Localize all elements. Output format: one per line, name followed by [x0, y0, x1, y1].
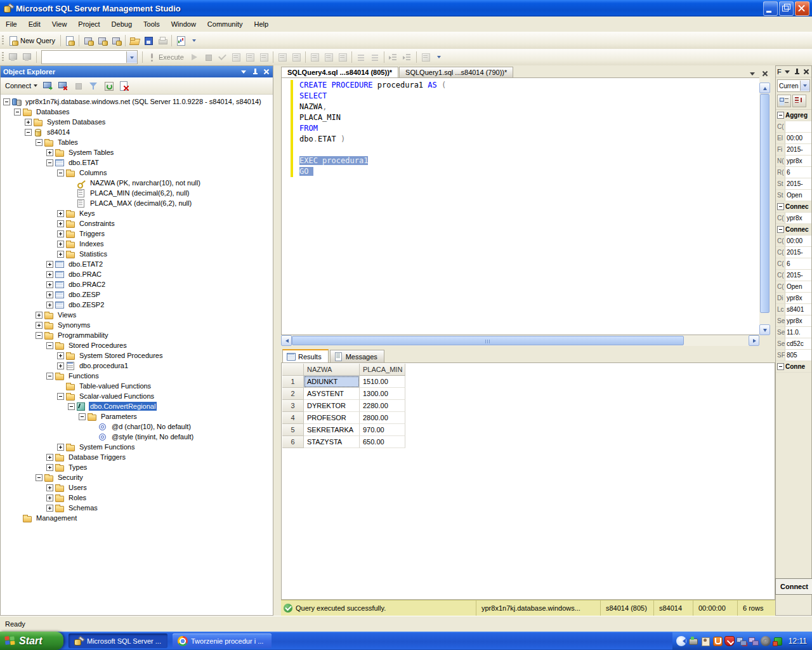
scroll-down-icon[interactable]: [759, 324, 770, 335]
disconnect-button[interactable]: [56, 79, 70, 92]
grid-cell[interactable]: 1300.00: [360, 388, 405, 400]
restore-button[interactable]: [779, 1, 794, 16]
expander-plus-icon[interactable]: [25, 119, 32, 126]
tree-node-placa-max-decimal-6-2-null[interactable]: PLACA_MAX (decimal(6,2), null): [1, 198, 273, 208]
tree-node-style-tinyint-no-default[interactable]: @style (tinyint, No default): [1, 432, 273, 442]
tree-node-ypr8x1n7kj-database-windows-net-[interactable]: ypr8x1n7kj.database.windows.net (SQL Ser…: [1, 96, 273, 107]
comment-button[interactable]: [354, 51, 368, 63]
expander-minus-icon[interactable]: [57, 169, 64, 176]
register-server-button[interactable]: [6, 51, 20, 63]
eject-tray-icon[interactable]: [773, 636, 783, 646]
tree-node-dbo-prac[interactable]: dbo.PRAC: [1, 269, 273, 279]
tree-node-databases[interactable]: Databases: [1, 107, 273, 117]
tree-node-functions[interactable]: Functions: [1, 371, 273, 381]
grid-cell[interactable]: 970.00: [360, 424, 405, 436]
connect-panel-button[interactable]: Connect: [775, 578, 812, 595]
code-line[interactable]: dbo.ETAT ): [299, 134, 758, 145]
row-header[interactable]: 5: [282, 424, 304, 436]
toolbar-overflow-icon[interactable]: [434, 51, 442, 63]
property-section-aggreg[interactable]: Aggreg: [776, 110, 811, 121]
tree-node-stored-procedures[interactable]: Stored Procedures: [1, 340, 273, 350]
property-row[interactable]: St2015-: [776, 178, 811, 190]
hide-tray-icon[interactable]: [676, 636, 686, 646]
window-position-icon[interactable]: [783, 68, 791, 76]
shield-tray-icon[interactable]: [724, 636, 735, 646]
window-position-icon[interactable]: [240, 68, 247, 76]
row-header[interactable]: 2: [282, 388, 304, 400]
grid-cell[interactable]: ADIUNKT: [304, 376, 360, 388]
menu-window[interactable]: Window: [166, 18, 202, 30]
property-row[interactable]: C(00:00: [776, 235, 811, 247]
save-button[interactable]: [141, 34, 155, 47]
grid-cell[interactable]: 1510.00: [360, 376, 405, 388]
parse-button[interactable]: [215, 51, 229, 63]
expander-plus-icon[interactable]: [36, 312, 43, 319]
property-row[interactable]: N(ypr8x: [776, 156, 811, 167]
expander-minus-icon[interactable]: [36, 139, 43, 146]
tree-node-database-triggers[interactable]: Database Triggers: [1, 452, 273, 462]
close-button[interactable]: [795, 1, 809, 16]
expander-minus-icon[interactable]: [777, 203, 784, 210]
tree-node-dbo-etat[interactable]: dbo.ETAT: [1, 157, 273, 168]
expander-minus-icon[interactable]: [57, 393, 64, 400]
analysis-mdx-query-button[interactable]: [81, 34, 95, 47]
query-designer-button[interactable]: [243, 51, 257, 63]
close-document-icon[interactable]: [761, 70, 769, 77]
property-row[interactable]: Lcs8401: [776, 304, 811, 315]
cancel-query-button[interactable]: [201, 51, 215, 63]
tab-sqlquery1-sql-s84014-790[interactable]: SQLQuery1.sql ...s84014 (790))*: [399, 67, 513, 77]
connect-object-explorer-button[interactable]: [41, 79, 55, 92]
estimated-plan-button[interactable]: [229, 51, 243, 63]
property-row[interactable]: El00:00: [776, 133, 811, 144]
tree-node-management[interactable]: Management: [1, 513, 273, 523]
tree-node-constraints[interactable]: Constraints: [1, 218, 273, 229]
tree-node-synonyms[interactable]: Synonyms: [1, 320, 273, 330]
close-panel-icon[interactable]: [802, 68, 810, 76]
tree-node-tables[interactable]: Tables: [1, 137, 273, 147]
print-button[interactable]: [155, 34, 169, 47]
database-engine-query-button[interactable]: [63, 34, 77, 47]
tree-node-dbo-zesp2[interactable]: dbo.ZESP2: [1, 300, 273, 310]
tree-node-system-functions[interactable]: System Functions: [1, 442, 273, 452]
tree-node-system-databases[interactable]: System Databases: [1, 117, 273, 127]
property-row[interactable]: Diypr8x: [776, 293, 811, 304]
row-header[interactable]: 6: [282, 436, 304, 448]
tree-node-d-char-10-no-default[interactable]: @d (char(10), No default): [1, 421, 273, 432]
row-header[interactable]: 3: [282, 400, 304, 412]
available-databases-combo[interactable]: [41, 50, 138, 64]
expander-plus-icon[interactable]: [46, 291, 53, 298]
chevron-down-icon[interactable]: [800, 81, 809, 91]
tree-node-roles[interactable]: Roles: [1, 493, 273, 503]
grid-corner-cell[interactable]: [282, 364, 304, 376]
start-button[interactable]: Start: [0, 632, 63, 650]
lang-tray-icon[interactable]: [700, 636, 710, 646]
expander-minus-icon[interactable]: [46, 159, 53, 166]
specify-values-button[interactable]: [257, 51, 271, 63]
vertical-scroll-thumb[interactable]: [760, 94, 769, 313]
expander-plus-icon[interactable]: [57, 444, 64, 451]
open-file-button[interactable]: [128, 34, 141, 47]
new-query-button[interactable]: New Query: [6, 34, 58, 47]
client-statistics-button[interactable]: [289, 51, 303, 63]
property-row[interactable]: SF805: [776, 350, 811, 361]
tree-node-s84014[interactable]: s84014: [1, 127, 273, 137]
expander-plus-icon[interactable]: [57, 220, 64, 227]
expander-plus-icon[interactable]: [57, 210, 64, 217]
code-line[interactable]: PLACA_MIN: [299, 112, 758, 123]
results-to-text-button[interactable]: [308, 51, 322, 63]
close-panel-icon[interactable]: [263, 68, 270, 76]
row-header[interactable]: 4: [282, 412, 304, 424]
expander-plus-icon[interactable]: [57, 352, 64, 359]
alphabetical-sort-button[interactable]: [792, 95, 806, 107]
filter-button[interactable]: [86, 79, 100, 92]
uncomment-button[interactable]: [368, 51, 382, 63]
decrease-indent-button[interactable]: [386, 51, 400, 63]
expander-plus-icon[interactable]: [46, 271, 53, 278]
property-row[interactable]: C(2015-: [776, 247, 811, 258]
property-row[interactable]: C(6: [776, 258, 811, 270]
tab-sqlquery4-sql-s84014-805[interactable]: SQLQuery4.sql ...s84014 (805))*: [281, 67, 398, 77]
code-line[interactable]: GO: [299, 166, 758, 177]
expander-plus-icon[interactable]: [46, 281, 53, 288]
expander-plus-icon[interactable]: [46, 484, 53, 491]
tree-node-dbo-convertregional[interactable]: dbo.ConvertRegional: [1, 401, 273, 411]
